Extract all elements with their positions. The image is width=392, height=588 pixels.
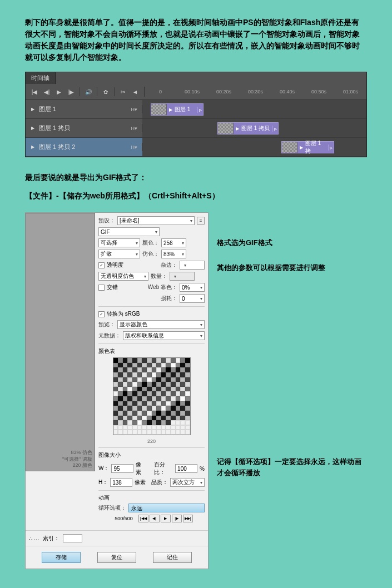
transition-button[interactable]: ◄	[130, 86, 141, 97]
amount-label: 数量：	[151, 272, 167, 280]
preset-menu-icon[interactable]: ≡	[197, 217, 205, 225]
px-label: 像素	[135, 479, 146, 486]
px-label: 像素	[136, 461, 145, 476]
matte-label: 杂边：	[161, 261, 177, 269]
web-snap-dropdown[interactable]: 0%	[180, 283, 205, 292]
transparency-label: 透明度	[107, 261, 123, 269]
remember-button[interactable]: 记住	[153, 552, 192, 563]
timeline-ruler[interactable]: 0 00:10s 00:20s 00:30s 00:40s 00:50s 01:…	[144, 87, 366, 97]
percent-input[interactable]	[175, 464, 197, 473]
timeline-track[interactable]: ▶ 图层 1 拷 ▹	[142, 138, 366, 156]
preview-info-line: 83% 仿色	[62, 450, 92, 456]
ruler-tick: 00:40s	[271, 89, 303, 94]
color-table[interactable]	[113, 357, 191, 435]
clip-thumbnail	[218, 123, 234, 134]
dither-dropdown[interactable]: 扩散	[98, 250, 140, 258]
layer-name: 图层 1 拷贝	[39, 124, 70, 132]
trans-dither-dropdown[interactable]: 无透明度仿色	[98, 272, 148, 281]
dither-amount-dropdown[interactable]: 83%	[161, 250, 186, 258]
image-size-label: 图像大小	[98, 451, 205, 459]
timeline-layer-row[interactable]: ▶ 图层 1 H▾ ▶ 图层 1 ▹	[26, 100, 366, 119]
layer-options-icon[interactable]: H▾	[131, 144, 138, 150]
settings-button[interactable]: ✿	[100, 86, 111, 97]
annotation-format: 格式选为GIF格式	[217, 237, 367, 248]
matte-dropdown[interactable]	[180, 261, 205, 270]
reduction-dropdown[interactable]: 可选择	[98, 238, 140, 247]
clip-thumbnail	[282, 142, 297, 153]
save-button[interactable]: 存储	[42, 552, 81, 563]
play-nav[interactable]: ▶	[161, 515, 171, 522]
colors-dropdown[interactable]: 256	[161, 238, 186, 247]
audio-button[interactable]: 🔊	[83, 86, 94, 97]
save-for-web-dialog: 83% 仿色 "可选择" 调板 220 颜色 预设： [未命名] ≡ GIF 可…	[25, 212, 209, 569]
dither-label: 仿色：	[142, 250, 159, 258]
ruler-tick: 00:30s	[240, 89, 271, 94]
annotation-loop: 记得【循环选项】一定要选择永远，这样动画才会循环播放	[217, 456, 367, 478]
split-button[interactable]: ✂	[117, 86, 128, 97]
timeline-clip[interactable]: ▶ 图层 1 ▹	[151, 103, 204, 116]
clip-thumbnail	[151, 104, 167, 115]
expand-icon[interactable]: ▶	[31, 107, 34, 112]
color-table-label: 颜色表	[98, 347, 205, 355]
clip-label: 图层 1 拷	[305, 139, 328, 155]
percent-unit: %	[200, 466, 205, 472]
srgb-checkbox[interactable]: ✓	[98, 311, 105, 317]
srgb-label: 转换为 sRGB	[107, 310, 140, 318]
preview-info-line: "可选择" 调板	[62, 456, 92, 463]
percent-label: 百分比：	[154, 461, 173, 476]
timeline-tab[interactable]: 时间轴	[26, 72, 56, 84]
timeline-clip[interactable]: ▶ 图层 1 拷贝 ▹	[217, 122, 279, 134]
quality-label: 品质：	[151, 479, 168, 486]
ruler-tick: 00:10s	[176, 89, 208, 94]
first-frame-nav[interactable]: |◀◀	[138, 515, 148, 522]
preset-label: 预设：	[98, 217, 115, 225]
timeline-panel: 时间轴 |◀ ◀| ▶ |▶ 🔊 ✿ ✂ ◄ 0 00:10s 00:20s 0…	[25, 72, 367, 157]
layer-name: 图层 1	[39, 105, 56, 113]
timeline-toolbar: |◀ ◀| ▶ |▶ 🔊 ✿ ✂ ◄ 0 00:10s 00:20s 00:30…	[26, 84, 366, 100]
format-dropdown[interactable]: GIF	[98, 227, 160, 236]
interlaced-label: 交错	[107, 283, 118, 291]
timeline-track[interactable]: ▶ 图层 1 ▹	[142, 100, 366, 118]
metadata-dropdown[interactable]: 版权和联系信息	[123, 331, 205, 340]
layer-options-icon[interactable]: H▾	[131, 107, 138, 112]
loop-label: 循环选项：	[98, 504, 126, 512]
first-frame-button[interactable]: |◀	[29, 86, 40, 97]
ruler-tick: 00:50s	[303, 89, 335, 94]
layer-options-icon[interactable]: H▾	[131, 126, 138, 131]
prev-frame-button[interactable]: ◀|	[41, 86, 52, 97]
last-frame-nav[interactable]: ▶▶|	[183, 515, 193, 522]
transparency-checkbox[interactable]: ✓	[98, 262, 105, 268]
quality-dropdown[interactable]: 两次立方	[170, 478, 205, 487]
index-label: 索引：	[43, 535, 59, 542]
lossy-dropdown[interactable]: 0	[180, 294, 205, 303]
ruler-tick: 00:20s	[208, 89, 240, 94]
preview-image: 83% 仿色 "可选择" 调板 220 颜色	[26, 213, 95, 471]
swatch-count: 220	[98, 438, 205, 444]
expand-icon[interactable]: ▶	[31, 144, 34, 150]
timeline-layer-row[interactable]: ▶ 图层 1 拷贝 2 H▾ ▶ 图层 1 拷 ▹	[26, 138, 366, 157]
next-frame-button[interactable]: |▶	[66, 86, 77, 97]
timeline-clip[interactable]: ▶ 图层 1 拷 ▹	[281, 141, 334, 153]
section-heading: 最后要说的就是导出为GIF格式了：	[0, 173, 392, 183]
colors-label: 颜色：	[142, 239, 159, 247]
frame-counter: 500/500	[110, 516, 137, 521]
height-input[interactable]	[110, 478, 132, 487]
width-input[interactable]	[111, 464, 133, 473]
amount-dropdown	[170, 272, 195, 281]
loop-dropdown[interactable]: 永远	[128, 504, 205, 512]
reset-button[interactable]: 复位	[97, 552, 136, 563]
height-label: H：	[98, 479, 108, 486]
next-frame-nav[interactable]: |▶	[172, 515, 182, 522]
preview-mode-dropdown[interactable]: 显示器颜色	[117, 320, 205, 329]
expand-icon[interactable]: ▶	[31, 126, 34, 131]
index-input[interactable]	[63, 534, 82, 542]
preset-dropdown[interactable]: [未命名]	[117, 216, 195, 225]
animation-label: 动画	[98, 494, 205, 502]
prev-frame-nav[interactable]: ◀|	[150, 515, 160, 522]
ruler-tick: 01:00s	[335, 89, 366, 94]
interlaced-checkbox[interactable]	[98, 285, 105, 291]
play-button[interactable]: ▶	[53, 86, 64, 97]
timeline-track[interactable]: ▶ 图层 1 拷贝 ▹	[142, 119, 366, 137]
timeline-layer-row[interactable]: ▶ 图层 1 拷贝 H▾ ▶ 图层 1 拷贝 ▹	[26, 119, 366, 138]
width-label: W：	[98, 465, 109, 472]
